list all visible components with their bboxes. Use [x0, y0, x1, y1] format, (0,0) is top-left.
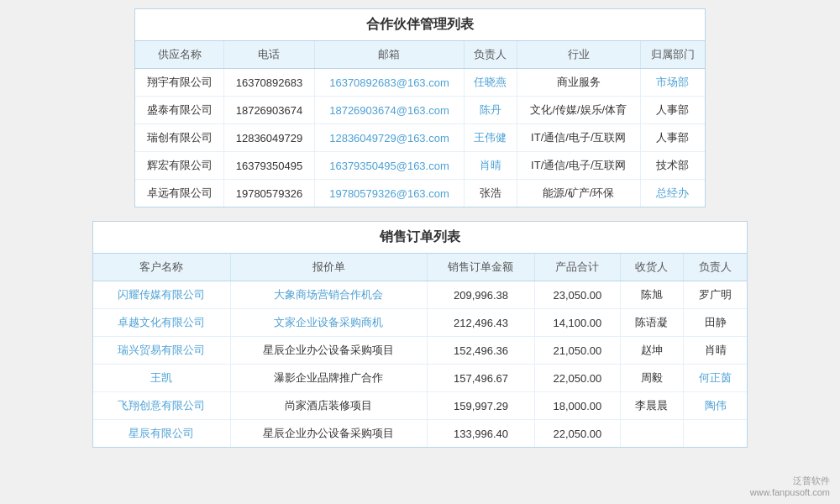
sales-cell: 159,997.29 [427, 392, 535, 420]
sales-table-row: 飞翔创意有限公司尚家酒店装修项目159,997.2918,000.00李晨晨陶伟 [93, 392, 747, 420]
partner-table-title: 合作伙伴管理列表 [135, 9, 705, 41]
partner-cell: 19780579326 [224, 180, 315, 207]
sales-cell: 18,000.00 [535, 392, 620, 420]
partner-col-contact: 负责人 [465, 41, 517, 69]
sales-col-customer: 客户名称 [93, 254, 230, 281]
partner-cell: 人事部 [640, 97, 705, 124]
watermark-line1: 泛普软件 [750, 475, 830, 487]
partner-cell: 商业服务 [517, 69, 640, 97]
partner-cell[interactable]: 王伟健 [465, 124, 517, 152]
partner-table-row: 瑞创有限公司1283604972912836049729@163.com王伟健I… [135, 124, 705, 152]
sales-col-receiver: 收货人 [620, 254, 684, 281]
sales-cell[interactable]: 星辰有限公司 [93, 420, 230, 448]
partner-col-phone: 电话 [224, 41, 315, 69]
sales-cell[interactable]: 大象商场营销合作机会 [230, 281, 427, 309]
sales-cell[interactable]: 王凯 [93, 365, 230, 392]
sales-cell: 李晨晨 [620, 392, 684, 420]
sales-cell[interactable]: 文家企业设备采购商机 [230, 309, 427, 337]
sales-col-contact: 负责人 [684, 254, 747, 281]
sales-table-container: 销售订单列表 客户名称 报价单 销售订单金额 产品合计 收货人 负责人 闪耀传媒… [92, 221, 748, 448]
partner-cell: 能源/矿产/环保 [517, 180, 640, 207]
sales-cell: 周毅 [620, 365, 684, 392]
partner-cell[interactable]: 总经办 [640, 180, 705, 207]
partner-cell[interactable]: 市场部 [640, 69, 705, 97]
sales-cell: 14,100.00 [535, 309, 620, 337]
partner-cell: 辉宏有限公司 [135, 152, 224, 180]
partner-table-row: 翔宇有限公司1637089268316370892683@163.com任晓燕商… [135, 69, 705, 97]
partner-col-name: 供应名称 [135, 41, 224, 69]
sales-table-row: 卓越文化有限公司文家企业设备采购商机212,496.4314,100.00陈语凝… [93, 309, 747, 337]
sales-cell[interactable]: 陶伟 [684, 392, 747, 420]
sales-cell: 田静 [684, 309, 747, 337]
partner-cell: IT/通信/电子/互联网 [517, 152, 640, 180]
partner-cell[interactable]: 18726903674@163.com [314, 97, 464, 124]
sales-cell: 21,050.00 [535, 337, 620, 365]
partner-col-dept: 归属部门 [640, 41, 705, 69]
partner-col-email: 邮箱 [314, 41, 464, 69]
partner-cell: 18726903674 [224, 97, 315, 124]
sales-cell: 尚家酒店装修项目 [230, 392, 427, 420]
partner-cell: 翔宇有限公司 [135, 69, 224, 97]
partner-cell: 瑞创有限公司 [135, 124, 224, 152]
partner-cell[interactable]: 任晓燕 [465, 69, 517, 97]
partner-cell: 12836049729 [224, 124, 315, 152]
sales-table-row: 星辰有限公司星辰企业办公设备采购项目133,996.4022,050.00 [93, 420, 747, 448]
partner-table-row: 辉宏有限公司1637935049516379350495@163.com肖晴IT… [135, 152, 705, 180]
partner-table-container: 合作伙伴管理列表 供应名称 电话 邮箱 负责人 行业 归属部门 翔宇有限公司16… [134, 8, 706, 207]
partner-cell: 人事部 [640, 124, 705, 152]
partner-cell: 张浩 [465, 180, 517, 207]
sales-cell: 212,496.43 [427, 309, 535, 337]
sales-cell: 肖晴 [684, 337, 747, 365]
watermark: 泛普软件 www.fanpusoft.com [750, 475, 830, 497]
sales-cell: 209,996.38 [427, 281, 535, 309]
sales-col-product: 产品合计 [535, 254, 620, 281]
partner-cell[interactable]: 肖晴 [465, 152, 517, 180]
sales-cell: 星辰企业办公设备采购项目 [230, 337, 427, 365]
partner-cell: 16370892683 [224, 69, 315, 97]
sales-cell: 陈语凝 [620, 309, 684, 337]
partner-table: 供应名称 电话 邮箱 负责人 行业 归属部门 翔宇有限公司16370892683… [135, 41, 705, 207]
sales-cell[interactable]: 瑞兴贸易有限公司 [93, 337, 230, 365]
sales-table: 客户名称 报价单 销售订单金额 产品合计 收货人 负责人 闪耀传媒有限公司大象商… [93, 254, 747, 447]
partner-cell[interactable]: 陈丹 [465, 97, 517, 124]
partner-table-row: 盛泰有限公司1872690367418726903674@163.com陈丹文化… [135, 97, 705, 124]
partner-cell: 卓远有限公司 [135, 180, 224, 207]
partner-col-industry: 行业 [517, 41, 640, 69]
sales-table-header-row: 客户名称 报价单 销售订单金额 产品合计 收货人 负责人 [93, 254, 747, 281]
sales-cell[interactable]: 卓越文化有限公司 [93, 309, 230, 337]
sales-table-row: 王凯瀑影企业品牌推广合作157,496.6722,050.00周毅何正茵 [93, 365, 747, 392]
sales-cell: 赵坤 [620, 337, 684, 365]
partner-cell: 16379350495 [224, 152, 315, 180]
sales-cell[interactable]: 闪耀传媒有限公司 [93, 281, 230, 309]
sales-cell: 陈旭 [620, 281, 684, 309]
partner-cell[interactable]: 16379350495@163.com [314, 152, 464, 180]
sales-cell[interactable]: 何正茵 [684, 365, 747, 392]
partner-table-row: 卓远有限公司1978057932619780579326@163.com张浩能源… [135, 180, 705, 207]
sales-col-amount: 销售订单金额 [427, 254, 535, 281]
sales-cell: 22,050.00 [535, 420, 620, 448]
partner-cell: 文化/传媒/娱乐/体育 [517, 97, 640, 124]
partner-cell: 盛泰有限公司 [135, 97, 224, 124]
sales-cell: 152,496.36 [427, 337, 535, 365]
sales-table-title: 销售订单列表 [93, 222, 747, 254]
sales-cell [684, 420, 747, 448]
sales-table-row: 瑞兴贸易有限公司星辰企业办公设备采购项目152,496.3621,050.00赵… [93, 337, 747, 365]
partner-cell[interactable]: 12836049729@163.com [314, 124, 464, 152]
partner-table-header-row: 供应名称 电话 邮箱 负责人 行业 归属部门 [135, 41, 705, 69]
sales-cell[interactable]: 飞翔创意有限公司 [93, 392, 230, 420]
sales-cell: 22,050.00 [535, 365, 620, 392]
partner-cell[interactable]: 16370892683@163.com [314, 69, 464, 97]
sales-table-row: 闪耀传媒有限公司大象商场营销合作机会209,996.3823,050.00陈旭罗… [93, 281, 747, 309]
sales-cell: 23,050.00 [535, 281, 620, 309]
partner-cell: 技术部 [640, 152, 705, 180]
sales-cell: 瀑影企业品牌推广合作 [230, 365, 427, 392]
sales-cell: 157,496.67 [427, 365, 535, 392]
sales-col-quote: 报价单 [230, 254, 427, 281]
partner-cell: IT/通信/电子/互联网 [517, 124, 640, 152]
sales-cell [620, 420, 684, 448]
sales-cell: 133,996.40 [427, 420, 535, 448]
watermark-line2: www.fanpusoft.com [750, 487, 830, 497]
partner-cell[interactable]: 19780579326@163.com [314, 180, 464, 207]
sales-cell: 星辰企业办公设备采购项目 [230, 420, 427, 448]
sales-cell: 罗广明 [684, 281, 747, 309]
